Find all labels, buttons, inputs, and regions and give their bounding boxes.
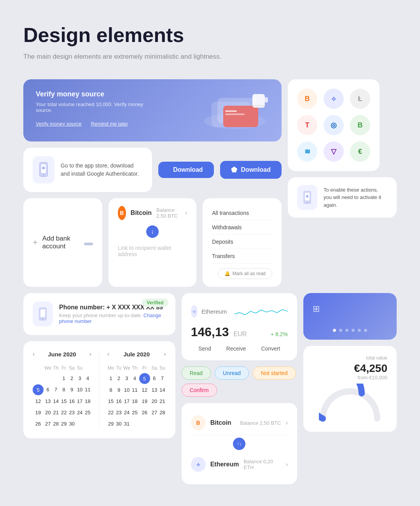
read-badge[interactable]: Read bbox=[182, 366, 211, 380]
june-day-14[interactable]: 14 bbox=[52, 396, 59, 407]
july-day-10[interactable]: 10 bbox=[123, 385, 130, 395]
july-day-27[interactable]: 27 bbox=[151, 407, 158, 418]
july-day-13[interactable]: 13 bbox=[151, 385, 158, 395]
tx-transfers[interactable]: Transfers bbox=[212, 249, 272, 263]
eur-grid-icon[interactable]: € bbox=[350, 141, 370, 162]
bch-grid-icon[interactable]: B bbox=[350, 115, 370, 135]
june-day-19[interactable]: 19 bbox=[33, 407, 44, 418]
confirm-badge[interactable]: Confirm bbox=[182, 384, 217, 397]
litecoin-grid-icon[interactable]: Ł bbox=[350, 89, 370, 109]
tron-grid-icon[interactable]: T bbox=[297, 115, 317, 135]
june-day-1[interactable]: 1 bbox=[60, 373, 67, 384]
wave-grid-icon[interactable]: ≋ bbox=[297, 141, 317, 162]
apple-download-button[interactable]: Download bbox=[158, 162, 214, 178]
july-day-12[interactable]: 12 bbox=[139, 385, 150, 395]
june-day-21[interactable]: 21 bbox=[52, 407, 59, 418]
june-day-18[interactable]: 18 bbox=[84, 396, 91, 407]
july-day-19[interactable]: 19 bbox=[139, 396, 150, 407]
dash-grid-icon[interactable]: ◎ bbox=[324, 115, 344, 135]
ethereum-list-item: ⟡ Ethereum Balance 0,20 ETH › bbox=[191, 452, 288, 476]
unread-badge[interactable]: Unread bbox=[215, 366, 249, 380]
ethereum-grid-icon[interactable]: ⟡ bbox=[324, 89, 344, 109]
june-day-24[interactable]: 24 bbox=[76, 407, 83, 418]
june-day-20[interactable]: 20 bbox=[44, 407, 51, 418]
tx-all[interactable]: All transactions bbox=[212, 206, 272, 220]
july-col-we: We bbox=[123, 364, 130, 372]
july-day-30[interactable]: 30 bbox=[115, 419, 122, 429]
wallet-address-input[interactable]: Link to recipient wallet address bbox=[118, 243, 187, 259]
july-day-6[interactable]: 6 bbox=[151, 373, 158, 384]
july-day-14[interactable]: 14 bbox=[159, 385, 166, 395]
july-day-7[interactable]: 7 bbox=[159, 373, 166, 384]
july-next-nav[interactable]: › bbox=[164, 351, 166, 358]
june-day-2[interactable]: 2 bbox=[68, 373, 75, 384]
tx-withdrawals[interactable]: Withdrawals bbox=[212, 220, 272, 235]
june-day-11[interactable]: 11 bbox=[84, 384, 91, 395]
not-started-badge[interactable]: Not started bbox=[253, 366, 296, 380]
june-day-15[interactable]: 15 bbox=[60, 396, 67, 407]
june-day-6[interactable]: 6 bbox=[44, 384, 51, 395]
june-prev-nav[interactable]: ‹ bbox=[33, 351, 35, 358]
ethereum-currency: EUR bbox=[234, 331, 247, 338]
june-day-4[interactable]: 4 bbox=[84, 373, 91, 384]
june-day-13[interactable]: 13 bbox=[44, 396, 51, 407]
receive-button[interactable]: Receive bbox=[226, 345, 246, 352]
july-col-sa: Sa bbox=[151, 364, 158, 372]
june-day-30[interactable]: 30 bbox=[68, 419, 75, 429]
june-day-5[interactable]: 5 bbox=[33, 384, 44, 395]
mark-all-button[interactable]: 🔔 Mark all as read bbox=[218, 268, 272, 279]
june-day-23[interactable]: 23 bbox=[68, 407, 75, 418]
july-day-18[interactable]: 18 bbox=[131, 396, 138, 407]
bitcoin-send-icon[interactable]: ↑↓ bbox=[233, 438, 245, 450]
june-day-12[interactable]: 12 bbox=[33, 396, 44, 407]
july-day-8[interactable]: 8 bbox=[107, 385, 114, 395]
bitcoin-grid-icon[interactable]: B bbox=[297, 89, 317, 109]
july-day-11[interactable]: 11 bbox=[131, 385, 138, 395]
june-day-3[interactable]: 3 bbox=[76, 373, 83, 384]
remind-link[interactable]: Remind me later bbox=[91, 121, 128, 127]
july-day-21[interactable]: 21 bbox=[159, 396, 166, 407]
wallet-name: Bitcoin bbox=[131, 209, 152, 216]
july-day-26[interactable]: 26 bbox=[139, 407, 150, 418]
june-day-25[interactable]: 25 bbox=[84, 407, 91, 418]
july-day-28[interactable]: 28 bbox=[159, 407, 166, 418]
june-day-10[interactable]: 10 bbox=[76, 384, 83, 395]
july-day-3[interactable]: 3 bbox=[123, 373, 130, 384]
june-day-29[interactable]: 29 bbox=[60, 419, 67, 429]
july-day-5[interactable]: 5 bbox=[139, 373, 150, 384]
july-day-29[interactable]: 29 bbox=[107, 419, 114, 429]
july-day-25[interactable]: 25 bbox=[131, 407, 138, 418]
july-day-9[interactable]: 9 bbox=[115, 385, 122, 395]
convert-button[interactable]: Convert bbox=[261, 345, 280, 352]
july-day-17[interactable]: 17 bbox=[123, 396, 130, 407]
july-day-23[interactable]: 23 bbox=[115, 407, 122, 418]
july-day-22[interactable]: 22 bbox=[107, 407, 114, 418]
june-day-9[interactable]: 9 bbox=[68, 384, 75, 395]
july-day-1[interactable]: 1 bbox=[107, 373, 114, 384]
july-day-20[interactable]: 20 bbox=[151, 396, 158, 407]
june-day-17[interactable]: 17 bbox=[76, 396, 83, 407]
june-day-27[interactable]: 27 bbox=[44, 419, 51, 429]
add-bank-card[interactable]: + Add bank account ▬ bbox=[23, 198, 102, 287]
july-day-4[interactable]: 4 bbox=[131, 373, 138, 384]
june-day-26[interactable]: 26 bbox=[33, 419, 44, 429]
july-day-24[interactable]: 24 bbox=[123, 407, 130, 418]
july-prev-nav[interactable]: ‹ bbox=[107, 351, 109, 358]
july-day-16[interactable]: 16 bbox=[115, 396, 122, 407]
send-button[interactable]: Send bbox=[198, 345, 211, 352]
verify-link[interactable]: Verify money source bbox=[36, 121, 82, 127]
vec-grid-icon[interactable]: ▽ bbox=[324, 141, 344, 162]
wallet-download-icon[interactable]: ↓ bbox=[146, 225, 159, 238]
june-day-28[interactable]: 28 bbox=[52, 419, 59, 429]
june-day-8[interactable]: 8 bbox=[60, 384, 67, 395]
june-next-nav[interactable]: › bbox=[89, 351, 91, 358]
july-day-15[interactable]: 15 bbox=[107, 396, 114, 407]
june-day-7[interactable]: 7 bbox=[52, 384, 59, 395]
july-day-31[interactable]: 31 bbox=[123, 419, 130, 429]
june-day-16[interactable]: 16 bbox=[68, 396, 75, 407]
july-day-2[interactable]: 2 bbox=[115, 373, 122, 384]
tx-deposits[interactable]: Deposits bbox=[212, 235, 272, 249]
android-download-button[interactable]: ⬟ Download bbox=[220, 161, 282, 179]
card-icon: ▬ bbox=[84, 237, 93, 248]
june-day-22[interactable]: 22 bbox=[60, 407, 67, 418]
